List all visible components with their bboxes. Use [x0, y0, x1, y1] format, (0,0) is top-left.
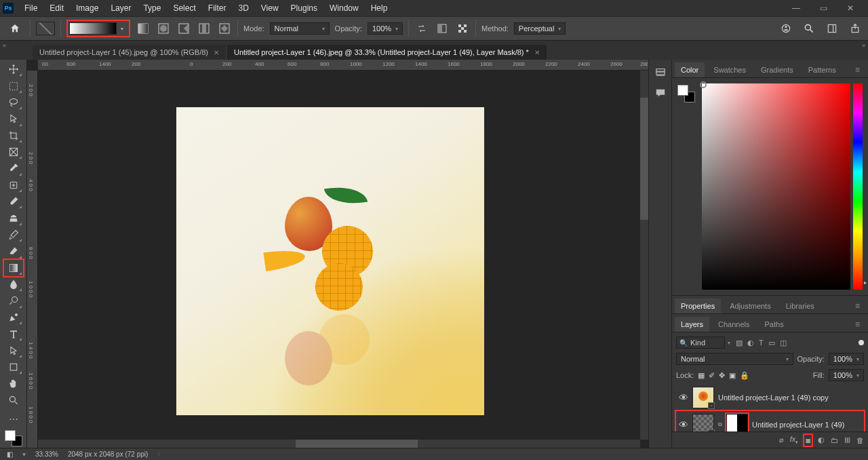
canvas-document[interactable] [176, 107, 484, 415]
path-select-tool[interactable] [4, 342, 23, 358]
ruler-horizontal[interactable]: 0080014002000200400600800100012001400160… [38, 60, 648, 71]
filter-toggle[interactable] [859, 340, 864, 345]
panel-menu-icon[interactable]: ≡ [850, 317, 865, 332]
menu-select[interactable]: Select [167, 1, 201, 16]
document-tab[interactable]: Untitled project-Layer 1 (46).jpeg @ 33.… [227, 45, 547, 60]
filter-smart-icon[interactable]: ◫ [780, 339, 787, 347]
type-tool[interactable] [4, 326, 23, 342]
menu-help[interactable]: Help [366, 1, 393, 16]
swatches-tab[interactable]: Swatches [707, 62, 752, 77]
share-icon[interactable] [848, 21, 863, 36]
menu-window[interactable]: Window [324, 1, 364, 16]
group-icon[interactable]: 🗀 [831, 436, 838, 444]
filter-pixel-icon[interactable]: ▧ [736, 339, 743, 347]
eyedropper-tool[interactable] [4, 160, 23, 176]
diamond-gradient-button[interactable] [217, 21, 232, 36]
filter-adjustment-icon[interactable]: ◐ [747, 339, 754, 347]
menu-filter[interactable]: Filter [203, 1, 232, 16]
fill-dropdown[interactable]: 100% [829, 369, 864, 381]
home-button[interactable] [5, 20, 24, 37]
history-brush-tool[interactable] [4, 227, 23, 243]
channels-tab[interactable]: Channels [712, 317, 755, 332]
menu-view[interactable]: View [256, 1, 284, 16]
foreground-color[interactable] [5, 430, 16, 441]
crop-tool[interactable] [4, 128, 23, 144]
eraser-tool[interactable] [4, 243, 23, 259]
lock-position-icon[interactable]: ✥ [719, 371, 725, 380]
link-mask-icon[interactable]: ⧉ [718, 421, 722, 428]
filter-shape-icon[interactable]: ▭ [768, 339, 775, 347]
status-chevron-icon[interactable]: 〉 [157, 451, 163, 458]
pen-tool[interactable] [4, 309, 23, 326]
panel-collapse-left-icon[interactable]: « [3, 42, 6, 49]
gradients-tab[interactable]: Gradients [755, 62, 800, 77]
menu-plugins[interactable]: Plugins [285, 1, 323, 16]
zoom-tool[interactable] [4, 392, 23, 408]
frame-tool[interactable] [4, 144, 23, 160]
new-layer-icon[interactable]: ⊞ [844, 436, 850, 444]
transparency-button[interactable] [455, 21, 470, 36]
lock-artboard-icon[interactable]: ▣ [729, 371, 736, 380]
properties-tab[interactable]: Properties [675, 299, 721, 313]
minimize-button[interactable]: — [787, 3, 806, 13]
scrollbar-vertical[interactable] [640, 71, 648, 440]
hand-tool[interactable] [4, 375, 23, 391]
patterns-tab[interactable]: Patterns [802, 62, 842, 77]
move-tool[interactable] [4, 61, 23, 77]
filter-type-icon[interactable]: T [759, 339, 764, 347]
zoom-level[interactable]: 33.33% [35, 451, 58, 458]
dither-button[interactable] [435, 21, 450, 36]
layer-name[interactable]: Untitled project-Layer 1 (49) copy [718, 394, 829, 402]
marquee-tool[interactable] [4, 77, 23, 94]
edit-toolbar-button[interactable]: ⋯ [4, 411, 23, 427]
gradient-picker[interactable]: ▾ [66, 20, 130, 37]
panel-menu-icon[interactable]: ≡ [850, 62, 865, 77]
blur-tool[interactable] [4, 276, 23, 292]
close-tab-icon[interactable]: ✕ [534, 49, 540, 56]
visibility-toggle[interactable]: 👁 [679, 392, 688, 403]
healing-brush-tool[interactable] [4, 177, 23, 193]
layer-name[interactable]: Untitled project-Layer 1 (49) [752, 421, 844, 429]
delete-layer-icon[interactable]: 🗑 [856, 436, 864, 444]
menu-layer[interactable]: Layer [105, 1, 136, 16]
menu-type[interactable]: Type [138, 1, 166, 16]
layer-fx-icon[interactable]: fx▾ [790, 435, 799, 445]
visibility-toggle[interactable]: 👁 [679, 419, 688, 430]
menu-image[interactable]: Image [71, 1, 104, 16]
history-panel-icon[interactable] [653, 65, 668, 80]
document-dims[interactable]: 2048 px x 2048 px (72 ppi) [68, 451, 148, 458]
linear-gradient-button[interactable] [136, 21, 151, 36]
tool-preset-picker[interactable] [36, 22, 55, 35]
clone-stamp-tool[interactable] [4, 210, 23, 226]
menu-file[interactable]: File [19, 1, 43, 16]
layer-opacity-dropdown[interactable]: 100% [829, 353, 864, 365]
close-button[interactable]: ✕ [841, 3, 860, 13]
color-fgbg[interactable] [677, 83, 696, 290]
layer-thumbnail[interactable]: ▫ [692, 387, 714, 408]
layer-mask-thumbnail[interactable] [726, 414, 748, 432]
panel-collapse-right-icon[interactable]: » [862, 42, 865, 49]
layer-thumbnail[interactable]: ▫ [692, 414, 714, 432]
canvas-area[interactable]: 0080014002000200400600800100012001400160… [27, 60, 648, 448]
adjustments-tab[interactable]: Adjustments [724, 299, 777, 313]
radial-gradient-button[interactable] [156, 21, 171, 36]
close-tab-icon[interactable]: ✕ [214, 49, 219, 56]
color-picker[interactable]: ▸ [702, 83, 863, 290]
reflected-gradient-button[interactable] [197, 21, 212, 36]
layer-item[interactable]: 👁 ▫ Untitled project-Layer 1 (49) copy [676, 384, 864, 411]
ruler-vertical[interactable]: 2 0 02 0 04 0 08 0 01 0 0 01 4 0 01 6 0 … [27, 71, 38, 448]
workspace-icon[interactable] [825, 21, 840, 36]
method-dropdown[interactable]: Perceptual [514, 22, 566, 35]
comments-panel-icon[interactable] [653, 85, 668, 100]
adjustment-layer-icon[interactable]: ◐ [818, 436, 825, 444]
lock-transparency-icon[interactable]: ▦ [698, 371, 705, 380]
blend-mode-dropdown[interactable]: Normal [676, 353, 793, 365]
hue-strip[interactable]: ▸ [853, 83, 863, 290]
color-tab[interactable]: Color [675, 62, 705, 77]
lock-pixels-icon[interactable]: ✐ [709, 371, 715, 380]
lock-all-icon[interactable]: 🔒 [740, 371, 749, 380]
link-layers-icon[interactable]: ⌀ [779, 436, 784, 444]
menu-3d[interactable]: 3D [233, 1, 254, 16]
foreground-background-color[interactable] [3, 429, 24, 448]
panel-menu-icon[interactable]: ≡ [850, 299, 865, 313]
